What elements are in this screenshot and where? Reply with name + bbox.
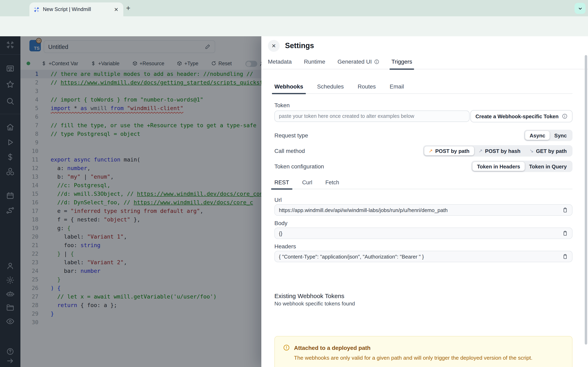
tab-routes[interactable]: Routes xyxy=(358,83,376,93)
tab-close-icon[interactable]: ✕ xyxy=(113,6,119,13)
headers-label: Headers xyxy=(274,243,572,250)
create-webhook-token-button[interactable]: Create a Webhook-specific Token xyxy=(471,110,572,122)
drawer-scrollbar[interactable] xyxy=(585,55,587,345)
copy-clipboard-icon[interactable] xyxy=(562,254,568,259)
settings-drawer: ✕ Settings MetadataRuntimeGenerated UITr… xyxy=(261,36,588,367)
call-method-label: Call method xyxy=(274,148,305,154)
body-field: {} xyxy=(274,227,572,239)
tab-webhooks[interactable]: Webhooks xyxy=(274,83,303,93)
deployed-path-warning: Attached to a deployed path The webhooks… xyxy=(274,336,572,367)
copy-clipboard-icon[interactable] xyxy=(562,230,568,236)
drawer-tabs: MetadataRuntimeGenerated UITriggers xyxy=(261,55,588,69)
option-post-by-path[interactable]: ↗POST by path xyxy=(424,146,474,155)
token-label: Token xyxy=(274,102,572,108)
tab-rest[interactable]: REST xyxy=(274,179,289,189)
body-value: {} xyxy=(279,230,282,236)
chevron-down-icon xyxy=(577,6,583,11)
close-icon[interactable]: ✕ xyxy=(268,40,280,52)
token-config-segment: Token in HeadersToken in Query xyxy=(471,161,572,172)
copy-clipboard-icon[interactable] xyxy=(562,207,568,213)
option-sync[interactable]: Sync xyxy=(550,131,571,140)
drawer-content: WebhooksSchedulesRoutesEmail Token Creat… xyxy=(261,69,588,367)
option-async[interactable]: Async xyxy=(525,131,550,140)
alert-circle-icon xyxy=(283,344,290,351)
tab-triggers[interactable]: Triggers xyxy=(391,58,412,69)
drawer-header: ✕ Settings xyxy=(261,36,588,55)
warning-body: The webhooks are only valid for a given … xyxy=(294,355,564,361)
example-tabs: RESTCurlFetch xyxy=(274,179,572,189)
tab-schedules[interactable]: Schedules xyxy=(317,83,344,93)
option-token-in-headers[interactable]: Token in Headers xyxy=(472,162,525,171)
option-token-in-query[interactable]: Token in Query xyxy=(525,162,571,171)
tab-generated-ui[interactable]: Generated UI xyxy=(337,58,379,69)
trigger-tabs: WebhooksSchedulesRoutesEmail xyxy=(274,83,572,94)
browser-restore-button[interactable] xyxy=(575,3,586,14)
url-label: Url xyxy=(274,197,572,203)
option-get-by-path[interactable]: ↘GET by path xyxy=(525,146,571,155)
tab-title: New Script | Windmill xyxy=(43,7,110,12)
info-icon xyxy=(374,59,379,64)
warning-title: Attached to a deployed path xyxy=(294,344,371,351)
browser-tabstrip: New Script | Windmill ✕ + xyxy=(0,0,588,16)
drawer-backdrop[interactable] xyxy=(0,36,261,367)
screen: New Script | Windmill ✕ + app.windmill.d… xyxy=(0,0,588,367)
windmill-favicon xyxy=(34,6,40,12)
browser-tab[interactable]: New Script | Windmill ✕ xyxy=(29,2,123,16)
request-type-segment: AsyncSync xyxy=(524,130,572,141)
up-right-arrow-icon: ↗ xyxy=(429,148,433,154)
headers-value: { "Content-Type": "application/json", "A… xyxy=(279,253,424,259)
tab-fetch[interactable]: Fetch xyxy=(325,179,339,189)
existing-tokens-empty: No webhook specific tokens found xyxy=(274,300,572,307)
browser-toolbar: app.windmill.dev/scripts/add#JTdCJTIyaGF… xyxy=(0,16,588,36)
body-label: Body xyxy=(274,220,572,226)
down-right-arrow-icon: ↘ xyxy=(529,148,534,154)
existing-tokens-title: Existing Webhook Tokens xyxy=(274,292,572,299)
tab-email[interactable]: Email xyxy=(390,83,404,93)
token-input[interactable] xyxy=(274,110,470,122)
drawer-title: Settings xyxy=(285,42,314,50)
option-post-by-hash[interactable]: ↗POST by hash xyxy=(474,146,525,155)
tab-curl[interactable]: Curl xyxy=(302,179,312,189)
url-value: https://app.windmill.dev/api/w/windmill-… xyxy=(279,207,448,213)
new-tab-button[interactable]: + xyxy=(124,4,133,13)
up-right-arrow-icon: ↗ xyxy=(478,148,483,154)
app-page: TS Untitled +Context Var +Variable xyxy=(0,36,588,367)
headers-field: { "Content-Type": "application/json", "A… xyxy=(274,251,572,262)
tab-runtime[interactable]: Runtime xyxy=(304,58,325,69)
call-method-segment: ↗POST by path↗POST by hash↘GET by path xyxy=(423,145,572,157)
url-field: https://app.windmill.dev/api/w/windmill-… xyxy=(274,204,572,216)
info-icon xyxy=(562,113,568,119)
request-type-label: Request type xyxy=(274,132,308,139)
token-config-label: Token configuration xyxy=(274,163,324,170)
tab-metadata[interactable]: Metadata xyxy=(268,58,292,69)
